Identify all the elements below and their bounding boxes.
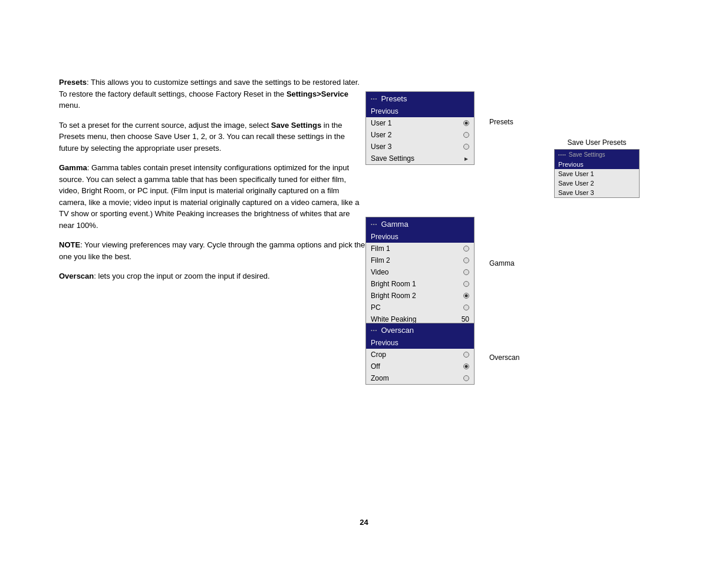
presets-item-user3[interactable]: User 3	[366, 141, 474, 153]
overscan-item-previous[interactable]: Previous	[366, 337, 474, 349]
presets-paragraph-1: Presets: This allows you to customize se…	[59, 77, 365, 111]
save-settings-bold: Save Settings	[271, 121, 321, 130]
presets-user3-label: User 3	[371, 143, 391, 151]
gamma-film1-radio	[463, 246, 469, 252]
presets-menu-box: ••• Presets Previous User 1 User 2 User …	[365, 91, 475, 165]
save-presets-menu-label: Save Settings	[569, 151, 605, 158]
note-paragraph: NOTE: Your viewing preferences may vary.…	[59, 239, 365, 262]
save-presets-item-previous[interactable]: Previous	[555, 160, 639, 169]
gamma-bright-room2-radio	[463, 293, 469, 299]
gamma-item-bright-room1[interactable]: Bright Room 1	[366, 278, 474, 290]
body-text: Presets: This allows you to customize se…	[59, 77, 365, 290]
gamma-film2-label: Film 2	[371, 256, 390, 265]
presets-user3-radio	[463, 144, 469, 150]
gamma-bright-room1-radio	[463, 281, 469, 287]
gamma-video-label: Video	[371, 268, 388, 276]
presets-p1-end: menu.	[59, 101, 80, 110]
gamma-bright-room2-label: Bright Room 2	[371, 292, 416, 300]
save-presets-item-user3[interactable]: Save User 3	[555, 188, 639, 197]
save-presets-title: Save User Presets	[554, 138, 640, 147]
overscan-p1: : lets you crop the input or zoom the in…	[94, 272, 269, 280]
save-presets-menu-title: •••• Save Settings	[555, 150, 639, 160]
gamma-heading-text: Gamma	[59, 163, 87, 172]
save-user-presets-area: Save User Presets •••• Save Settings Pre…	[554, 138, 640, 198]
overscan-side-label: Overscan	[489, 353, 519, 362]
presets-user1-radio	[463, 120, 469, 126]
presets-item-previous[interactable]: Previous	[366, 105, 474, 117]
presets-item-user2[interactable]: User 2	[366, 129, 474, 141]
gamma-p1: : Gamma tables contain preset intensity …	[59, 163, 359, 230]
gamma-item-pc[interactable]: PC	[366, 302, 474, 313]
gamma-item-previous[interactable]: Previous	[366, 231, 474, 243]
presets-previous-label: Previous	[371, 107, 398, 115]
save-presets-dots: ••••	[558, 153, 566, 157]
gamma-item-film2[interactable]: Film 2	[366, 254, 474, 266]
overscan-dots: •••	[371, 328, 377, 333]
overscan-item-crop[interactable]: Crop	[366, 349, 474, 361]
gamma-title-label: Gamma	[381, 220, 408, 229]
gamma-previous-label: Previous	[371, 233, 398, 241]
overscan-item-zoom[interactable]: Zoom	[366, 372, 474, 384]
gamma-menu-title: ••• Gamma	[366, 217, 474, 231]
gamma-item-video[interactable]: Video	[366, 266, 474, 278]
overscan-heading-text: Overscan	[59, 272, 94, 280]
settings-service-bold: Settings>Service	[286, 90, 348, 98]
overscan-menu-area: ••• Overscan Previous Crop Off Zoom	[365, 323, 475, 385]
gamma-item-film1[interactable]: Film 1	[366, 243, 474, 254]
presets-menu-area: ••• Presets Previous User 1 User 2 User …	[365, 91, 475, 165]
presets-menu-title: ••• Presets	[366, 92, 474, 105]
gamma-dots: •••	[371, 222, 377, 227]
presets-item-user1[interactable]: User 1	[366, 117, 474, 129]
overscan-previous-label: Previous	[371, 339, 398, 347]
overscan-zoom-radio	[463, 375, 469, 381]
presets-paragraph-2: To set a preset for the current source, …	[59, 120, 365, 154]
overscan-item-off[interactable]: Off	[366, 361, 474, 372]
gamma-paragraph-1: Gamma: Gamma tables contain preset inten…	[59, 162, 365, 231]
note-heading: NOTE	[59, 240, 80, 249]
gamma-bright-room1-label: Bright Room 1	[371, 280, 416, 288]
overscan-crop-label: Crop	[371, 351, 386, 359]
overscan-crop-radio	[463, 352, 469, 358]
gamma-menu-area: ••• Gamma Previous Film 1 Film 2 Video B…	[365, 217, 475, 326]
overscan-title-label: Overscan	[381, 326, 414, 335]
save-presets-item-user1[interactable]: Save User 1	[555, 169, 639, 178]
gamma-white-peaking-value: 50	[462, 315, 469, 323]
overscan-zoom-label: Zoom	[371, 374, 389, 382]
gamma-film1-label: Film 1	[371, 244, 390, 253]
gamma-white-peaking-label: White Peaking	[371, 315, 416, 323]
overscan-paragraph: Overscan: lets you crop the input or zoo…	[59, 270, 365, 282]
gamma-pc-radio	[463, 305, 469, 310]
gamma-video-radio	[463, 269, 469, 275]
presets-save-settings-label: Save Settings	[371, 154, 414, 163]
presets-dots: •••	[371, 96, 377, 101]
presets-user2-label: User 2	[371, 131, 391, 139]
presets-heading: Presets	[59, 78, 87, 87]
presets-user2-radio	[463, 132, 469, 138]
gamma-menu-box: ••• Gamma Previous Film 1 Film 2 Video B…	[365, 217, 475, 326]
gamma-pc-label: PC	[371, 303, 381, 312]
presets-user1-label: User 1	[371, 119, 391, 127]
overscan-off-radio	[463, 363, 469, 369]
presets-side-label: Presets	[489, 118, 513, 126]
gamma-item-bright-room2[interactable]: Bright Room 2	[366, 290, 474, 302]
gamma-film2-radio	[463, 257, 469, 263]
overscan-menu-title: ••• Overscan	[366, 323, 474, 337]
presets-save-settings-arrow: ►	[463, 156, 469, 162]
overscan-off-label: Off	[371, 362, 380, 371]
save-presets-item-user2[interactable]: Save User 2	[555, 178, 639, 188]
gamma-side-label: Gamma	[489, 259, 515, 267]
presets-p2-start: To set a preset for the current source, …	[59, 121, 271, 130]
save-presets-box: •••• Save Settings Previous Save User 1 …	[554, 149, 640, 198]
presets-title-label: Presets	[381, 94, 407, 103]
presets-item-save-settings[interactable]: Save Settings ►	[366, 153, 474, 164]
note-p1: : Your viewing preferences may vary. Cyc…	[59, 240, 365, 261]
overscan-menu-box: ••• Overscan Previous Crop Off Zoom	[365, 323, 475, 385]
page-number: 24	[360, 518, 368, 527]
